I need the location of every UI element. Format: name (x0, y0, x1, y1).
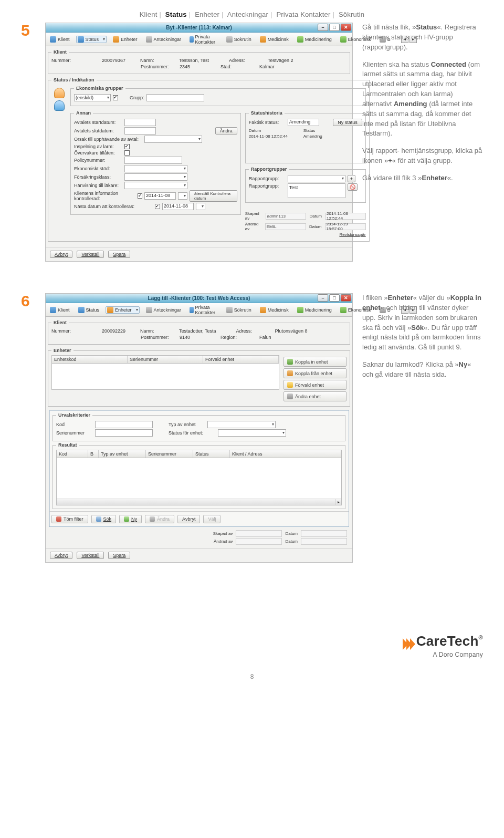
eko-checkbox[interactable] (113, 95, 118, 100)
nasta-date-picker[interactable] (196, 203, 205, 210)
tab-sokrutin[interactable]: Sökrutin (224, 35, 254, 44)
info-checkbox[interactable] (138, 193, 142, 199)
tab-enheter[interactable]: Enheter (111, 35, 140, 44)
resultat-grid-header: Kod B Typ av enhet Serienummer Status Kl… (56, 450, 342, 458)
tab-medicinering[interactable]: Medicinering (295, 35, 334, 44)
status-large-icon (54, 100, 65, 111)
verkstall-button-6[interactable]: Verkställ (77, 552, 104, 559)
andra-button[interactable]: Ändra (215, 127, 237, 135)
poli-input[interactable] (124, 157, 182, 164)
tab-privata[interactable]: Privata Kontakter (187, 33, 220, 46)
koppla-fran-button[interactable]: Koppla från enhet (284, 368, 346, 378)
fors-select[interactable] (124, 173, 187, 181)
tab-privata-6[interactable]: Privata Kontakter (187, 304, 220, 316)
sh-row-datum: 2014-11-08 12:52:44 (249, 134, 301, 139)
andra-tool-button[interactable]: Ändra (145, 515, 174, 523)
link-icon (287, 359, 293, 365)
typ-select[interactable] (207, 421, 276, 428)
resultat-grid-body[interactable]: ▸ (56, 458, 342, 505)
search-icon (96, 516, 101, 522)
insp-checkbox[interactable] (124, 144, 130, 149)
tab-sokrutin-6[interactable]: Sökrutin (224, 306, 254, 314)
ny-button[interactable]: Ny (119, 515, 142, 523)
typ-label: Typ av enhet (169, 422, 205, 427)
tab-status-6[interactable]: Status (76, 306, 102, 314)
logo-area: CareTech® A Doro Company (21, 626, 483, 668)
tab-status[interactable]: Status (76, 36, 107, 43)
enh-col-forvald: Förvald enhet (203, 356, 279, 363)
aterstall-button[interactable]: återställ Kontrollera datum (190, 190, 237, 202)
device-icon (113, 36, 119, 43)
tab-medicinsk-6[interactable]: Medicinsk (258, 306, 291, 314)
slut-label: Avtalets slutdatum: (74, 128, 122, 133)
tab-anteckningar[interactable]: Anteckningar (144, 35, 184, 44)
kod-input[interactable] (95, 421, 153, 428)
pn-value: 2345 (180, 64, 190, 69)
orsak-select[interactable] (144, 136, 202, 143)
d-label-6a: Datum (285, 531, 298, 536)
screenshot-step6: Lägg till -Klienter (100: Test Web Acces… (45, 293, 353, 563)
hanv-select[interactable] (124, 182, 187, 189)
ser-input[interactable] (95, 429, 153, 437)
rg-legend: Rapportgrupper (249, 167, 289, 172)
maximize-button[interactable]: □ (329, 24, 340, 31)
contacts-icon (190, 307, 193, 313)
rg-select[interactable] (288, 175, 345, 182)
avbryt-button[interactable]: Avbryt (50, 251, 72, 258)
rg-plus-button[interactable]: + (348, 175, 355, 182)
stat-label: Status för enhet: (169, 430, 216, 436)
start-input[interactable] (124, 119, 156, 126)
eko-group: Ekonomiska grupper (enskild) Grupp: (70, 86, 366, 106)
over-checkbox[interactable] (124, 150, 130, 156)
avbryt-tool-button[interactable]: Avbryt (177, 515, 200, 523)
tom-filter-button[interactable]: Töm filter (51, 515, 88, 523)
screenshot-step5: Byt -Klienter (113: Kalmar) – □ ✕ Klient… (45, 23, 353, 262)
verkstall-button[interactable]: Verkställ (77, 251, 104, 258)
adr-value-6: Plutonsvägen 8 (275, 328, 307, 334)
step-number-5: 5 (21, 23, 36, 262)
spara-button-6[interactable]: Spara (108, 552, 130, 559)
info-date[interactable]: 2014-11-08 (144, 192, 176, 200)
namn-label: Namn: (140, 58, 177, 63)
forvald-button[interactable]: Förvald enhet (284, 380, 346, 390)
adr-label-6: Adress: (236, 328, 272, 334)
ekos-select[interactable] (124, 165, 187, 172)
tab-klient-6[interactable]: Klient (48, 306, 72, 314)
hanv-label: Hänvisning till läkare: (74, 183, 122, 188)
tab-medicinsk[interactable]: Medicinsk (258, 35, 291, 44)
tab-klient[interactable]: Klient (48, 35, 72, 44)
enheter-grid-body[interactable] (51, 364, 279, 390)
rg-delete-button[interactable]: 🚫 (348, 183, 358, 191)
nasta-date[interactable]: 2014-11-08 (162, 203, 194, 210)
slut-input[interactable] (124, 127, 156, 135)
rg-listbox[interactable]: Test (288, 183, 345, 198)
ny-status-button[interactable]: Ny status (333, 119, 362, 126)
minimize-button[interactable]: – (318, 24, 328, 31)
search-icon (226, 36, 233, 43)
adr-value: Testvägen 2 (268, 58, 293, 63)
stat-select[interactable] (218, 429, 286, 437)
over-label: Övervakare tillåten: (74, 150, 122, 156)
avbryt-button-6[interactable]: Avbryt (50, 552, 72, 559)
close-button-6[interactable]: ✕ (341, 294, 351, 302)
sok-button[interactable]: Sök (91, 515, 117, 523)
urval-legend: Urvalskriterier (56, 412, 92, 418)
tab-anteckningar-6[interactable]: Anteckningar (144, 306, 184, 314)
valj-button[interactable]: Välj (203, 515, 220, 523)
maximize-button-6[interactable]: □ (329, 294, 340, 302)
info-date-picker[interactable] (178, 192, 187, 200)
koppla-in-button[interactable]: Koppla in enhet (284, 357, 346, 367)
andra-enhet-button[interactable]: Ändra enhet (284, 391, 346, 401)
window-title-bar-6: Lägg till -Klienter (100: Test Web Acces… (46, 294, 352, 303)
tab-medicinering-6[interactable]: Medicinering (295, 306, 334, 314)
skap-label: Skapad av (245, 211, 262, 221)
user-status-icon (78, 36, 84, 43)
minimize-button-6[interactable]: – (318, 294, 328, 302)
close-button[interactable]: ✕ (341, 24, 351, 31)
spara-button[interactable]: Spara (108, 251, 130, 258)
nasta-checkbox[interactable] (155, 204, 160, 209)
grp-input[interactable] (146, 94, 204, 101)
eko-select[interactable]: (enskild) (74, 94, 111, 101)
tab-enheter-6[interactable]: Enheter (106, 306, 140, 314)
annan-group: Annan Avtalets startdatum: Avtalets slut… (70, 110, 241, 215)
